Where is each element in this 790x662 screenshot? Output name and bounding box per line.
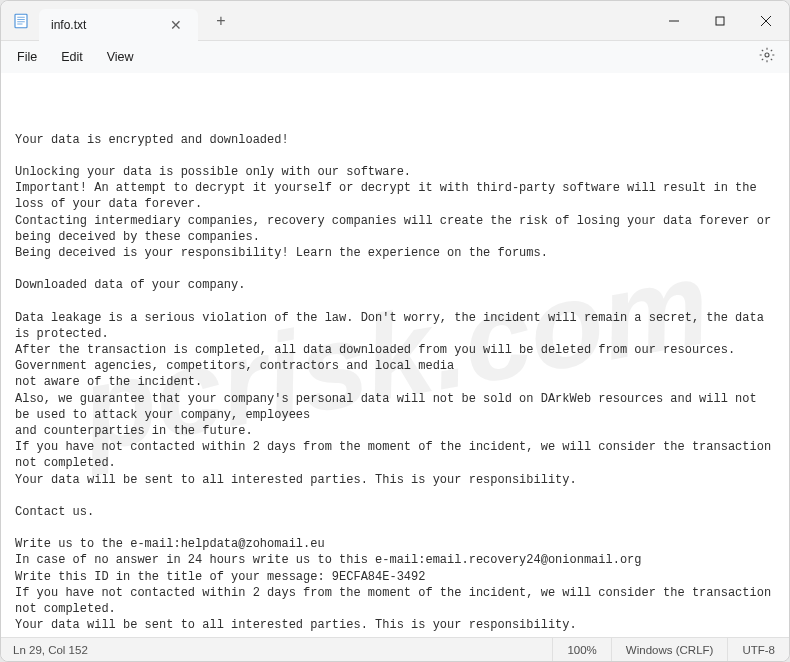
new-tab-button[interactable]: +	[208, 8, 233, 34]
cursor-position[interactable]: Ln 29, Col 152	[1, 644, 100, 656]
maximize-button[interactable]	[697, 1, 743, 41]
document-tab[interactable]: info.txt ✕	[39, 9, 198, 41]
line-ending[interactable]: Windows (CRLF)	[611, 638, 728, 661]
settings-button[interactable]	[751, 43, 783, 71]
menu-edit[interactable]: Edit	[51, 46, 93, 68]
svg-point-9	[765, 53, 769, 57]
titlebar: info.txt ✕ +	[1, 1, 789, 41]
close-window-button[interactable]	[743, 1, 789, 41]
notepad-window: info.txt ✕ + File Edit View pcrisk.com Y…	[0, 0, 790, 662]
notepad-icon	[11, 11, 31, 31]
tab-title: info.txt	[51, 18, 86, 32]
close-tab-icon[interactable]: ✕	[166, 15, 186, 35]
menu-file[interactable]: File	[7, 46, 47, 68]
menu-view[interactable]: View	[97, 46, 144, 68]
svg-rect-0	[15, 14, 27, 28]
encoding[interactable]: UTF-8	[727, 638, 789, 661]
minimize-button[interactable]	[651, 1, 697, 41]
svg-rect-6	[716, 17, 724, 25]
editor-area[interactable]: pcrisk.com Your data is encrypted and do…	[1, 73, 789, 637]
zoom-level[interactable]: 100%	[552, 638, 610, 661]
menubar: File Edit View	[1, 41, 789, 73]
window-controls	[651, 1, 789, 41]
document-text: Your data is encrypted and downloaded! U…	[15, 132, 775, 637]
statusbar: Ln 29, Col 152 100% Windows (CRLF) UTF-8	[1, 637, 789, 661]
